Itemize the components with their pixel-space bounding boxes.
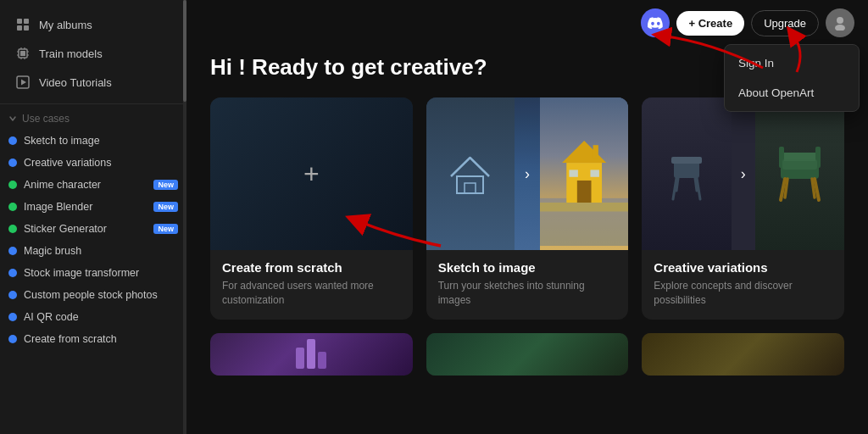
- svg-rect-27: [593, 145, 598, 159]
- card-create-from-scratch[interactable]: + Create from scratch For advanced users…: [210, 97, 413, 320]
- bottom-preview-2[interactable]: [426, 333, 629, 376]
- albums-icon: [15, 17, 31, 32]
- svg-line-33: [676, 178, 678, 191]
- dot-icon: [8, 181, 17, 189]
- house-scene: [540, 97, 628, 250]
- svg-rect-26: [590, 170, 598, 176]
- svg-rect-25: [569, 170, 577, 176]
- chair-before: [642, 97, 731, 250]
- new-badge: New: [153, 224, 178, 234]
- sidebar-item-label: Train models: [39, 47, 103, 60]
- svg-rect-43: [782, 159, 817, 170]
- sidebar-item-label: Video Tutorials: [39, 76, 112, 89]
- dot-icon: [8, 313, 17, 321]
- svg-rect-0: [17, 19, 22, 24]
- sidebar-item-anime-character[interactable]: Anime character New: [0, 174, 186, 196]
- sidebar-item-magic-brush[interactable]: Magic brush: [0, 240, 186, 262]
- header: + Create Upgrade Sign In About OpenArt: [186, 0, 868, 46]
- dot-icon: [8, 136, 17, 145]
- sidebar-item-sticker-generator[interactable]: Sticker Generator New: [0, 218, 186, 240]
- discord-button[interactable]: [641, 8, 670, 37]
- about-openart-item[interactable]: About OpenArt: [725, 78, 859, 108]
- svg-line-34: [695, 178, 697, 191]
- sidebar-item-image-blender[interactable]: Image Blender New: [0, 196, 186, 218]
- dot-icon: [8, 159, 17, 167]
- card-body-creative: Creative variations Explore concepts and…: [642, 250, 844, 320]
- sidebar-item-custom-people[interactable]: Custom people stock photos: [0, 284, 186, 306]
- dot-icon: [8, 225, 17, 233]
- use-cases-section-label: Use cases: [0, 104, 186, 130]
- dot-icon: [8, 269, 17, 277]
- card-image-scratch: +: [210, 97, 413, 250]
- sidebar-item-sketch-to-image[interactable]: Sketch to image: [0, 130, 186, 152]
- new-badge: New: [153, 180, 178, 190]
- sidebar-item-video-tutorials[interactable]: Video Tutorials: [7, 68, 180, 97]
- sidebar-item-creative-variations[interactable]: Creative variations: [0, 152, 186, 174]
- create-button[interactable]: + Create: [676, 11, 744, 36]
- svg-point-16: [837, 17, 843, 24]
- bottom-preview-1[interactable]: [210, 333, 413, 376]
- card-image-creative: ›: [642, 97, 844, 250]
- card-image-sketch: ›: [426, 97, 629, 250]
- sidebar-item-train-models[interactable]: Train models: [7, 39, 180, 68]
- svg-rect-3: [24, 25, 29, 31]
- card-title-scratch: Create from scratch: [222, 260, 401, 275]
- new-badge: New: [153, 202, 178, 212]
- dot-icon: [8, 291, 17, 299]
- user-dropdown-menu: Sign In About OpenArt: [724, 44, 860, 112]
- card-title-sketch: Sketch to image: [438, 260, 617, 275]
- card-body-sketch: Sketch to image Turn your sketches into …: [426, 250, 629, 320]
- plus-icon: +: [303, 159, 320, 190]
- card-sketch-to-image[interactable]: ›: [426, 97, 629, 320]
- sketch-after: [540, 97, 628, 250]
- card-title-creative: Creative variations: [654, 260, 832, 275]
- svg-rect-19: [465, 183, 476, 193]
- sign-in-item[interactable]: Sign In: [725, 48, 859, 78]
- bottom-preview-3[interactable]: [642, 333, 844, 376]
- sidebar: My albums Train models: [0, 0, 186, 434]
- sidebar-item-my-albums[interactable]: My albums: [7, 10, 180, 39]
- use-cases-list: Sketch to image Creative variations Anim…: [0, 130, 186, 350]
- svg-rect-28: [540, 203, 628, 211]
- dot-icon: [8, 335, 17, 343]
- transition-arrow: ›: [515, 97, 540, 250]
- sidebar-item-stock-image-transformer[interactable]: Stock image transformer: [0, 262, 186, 284]
- svg-rect-24: [577, 181, 592, 203]
- upgrade-button[interactable]: Upgrade: [751, 10, 819, 36]
- svg-rect-2: [17, 25, 22, 31]
- svg-rect-5: [20, 51, 25, 56]
- main-content: + Create Upgrade Sign In About OpenArt H…: [186, 0, 868, 434]
- card-creative-variations[interactable]: ›: [642, 97, 844, 320]
- svg-rect-1: [24, 19, 29, 24]
- sidebar-item-label: My albums: [39, 19, 92, 31]
- svg-point-17: [835, 25, 845, 31]
- svg-marker-15: [21, 80, 26, 86]
- card-desc-sketch: Turn your sketches into stunning images: [438, 279, 617, 308]
- cpu-icon: [15, 46, 31, 61]
- sidebar-top-nav: My albums Train models: [0, 0, 186, 104]
- transition-arrow2: ›: [732, 97, 755, 250]
- dot-icon: [8, 203, 17, 211]
- card-desc-scratch: For advanced users wanted more customiza…: [222, 279, 401, 308]
- user-avatar[interactable]: [826, 8, 854, 37]
- cards-grid: + Create from scratch For advanced users…: [210, 97, 844, 320]
- svg-rect-30: [671, 157, 702, 164]
- sidebar-item-ai-qr-code[interactable]: AI QR code: [0, 306, 186, 328]
- card-desc-creative: Explore concepts and discover possibilit…: [654, 279, 832, 308]
- chair-after: [755, 97, 844, 250]
- sketch-before: [426, 97, 515, 250]
- card-body-scratch: Create from scratch For advanced users w…: [210, 250, 413, 320]
- dot-icon: [8, 247, 17, 255]
- bottom-cards-row: [210, 333, 844, 376]
- sidebar-item-create-from-scratch[interactable]: Create from scratch: [0, 328, 186, 350]
- play-icon: [15, 75, 31, 90]
- svg-rect-18: [457, 176, 483, 193]
